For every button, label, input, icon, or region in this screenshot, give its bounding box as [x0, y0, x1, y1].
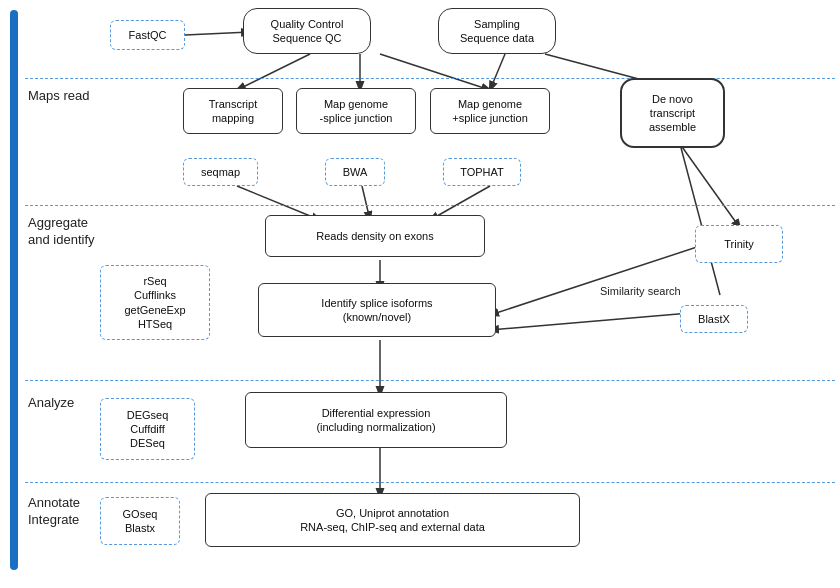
sampling-box: SamplingSequence data [438, 8, 556, 54]
svg-line-3 [490, 54, 505, 90]
blastx-box: BlastX [680, 305, 748, 333]
svg-line-10 [490, 246, 700, 315]
qc-sequence-box: Quality ControlSequence QC [243, 8, 371, 54]
section-label-aggregate: Aggregateand identify [28, 215, 108, 249]
dashed-line-2 [25, 205, 835, 206]
svg-line-2 [380, 54, 490, 90]
svg-line-9 [680, 144, 740, 228]
section-label-maps-read: Maps read [28, 88, 103, 105]
de-novo-box: De novotranscriptassemble [620, 78, 725, 148]
map-genome-plus-box: Map genome+splice junction [430, 88, 550, 134]
reads-density-box: Reads density on exons [265, 215, 485, 257]
goannot-tools-box: GOseqBlastx [100, 497, 180, 545]
identify-isoforms-box: Identify splice isoforms(known/novel) [258, 283, 496, 337]
svg-line-15 [185, 32, 250, 35]
go-annotation-box: GO, Uniprot annotationRNA-seq, ChIP-seq … [205, 493, 580, 547]
bwa-box: BWA [325, 158, 385, 186]
seqmap-box: seqmap [183, 158, 258, 186]
tophat-box: TOPHAT [443, 158, 521, 186]
svg-line-11 [680, 144, 720, 295]
dashed-line-3 [25, 380, 835, 381]
section-label-annotate: AnnotateIntegrate [28, 495, 108, 529]
rseq-tools-box: rSeqCufflinksgetGeneExpHTSeq [100, 265, 210, 340]
dashed-line-4 [25, 482, 835, 483]
map-genome-minus-box: Map genome-splice junction [296, 88, 416, 134]
svg-line-12 [490, 313, 690, 330]
degseq-tools-box: DEGseqCuffdiffDESeq [100, 398, 195, 460]
similarity-search-label: Similarity search [600, 285, 681, 297]
transcript-mapping-box: Transcriptmapping [183, 88, 283, 134]
diff-expression-box: Differential expression(including normal… [245, 392, 507, 448]
fastqc-box: FastQC [110, 20, 185, 50]
trinity-box: Trinity [695, 225, 783, 263]
vertical-bar [10, 10, 18, 570]
diagram: Maps read Aggregateand identify Analyze … [0, 0, 840, 588]
svg-line-0 [237, 54, 310, 90]
section-label-analyze: Analyze [28, 395, 103, 412]
